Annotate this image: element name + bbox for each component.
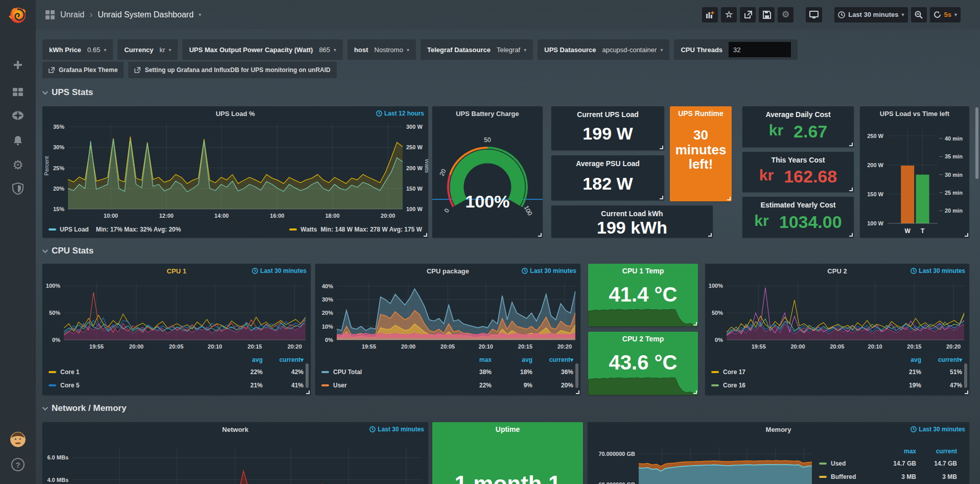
panel-title[interactable]: CPU 2 Temp bbox=[622, 335, 664, 343]
refresh-interval-label: 5s bbox=[944, 11, 951, 18]
dashboards-icon[interactable] bbox=[0, 83, 36, 101]
resize-handle[interactable] bbox=[849, 233, 853, 237]
memory-chart[interactable]: 50.000000 GB60.000000 GB70.000000 GB bbox=[588, 436, 816, 484]
dashboard-settings-button[interactable]: ⚙ bbox=[778, 7, 794, 22]
battery-gauge[interactable]: 02050100100% bbox=[432, 121, 543, 238]
legend-swatch bbox=[819, 476, 827, 478]
create-plus-icon[interactable] bbox=[0, 56, 36, 74]
cycle-view-button[interactable] bbox=[806, 7, 822, 22]
explore-compass-icon[interactable] bbox=[0, 106, 36, 125]
breadcrumb-dashboard-title[interactable]: Unraid System Dashboard bbox=[98, 10, 194, 19]
alerting-bell-icon[interactable] bbox=[0, 131, 36, 150]
cpu2-chart[interactable]: 19:5520:0020:0520:1020:1520:200%50%100% bbox=[705, 278, 969, 352]
variable-kwh-price[interactable]: kWh Price 0.65▾ bbox=[42, 39, 113, 60]
cpu1-chart[interactable]: 19:5520:0020:0520:1020:1520:200%50%100% bbox=[42, 278, 311, 352]
network-chart[interactable]: 2.0 MBs4.0 MBs6.0 MBs bbox=[42, 436, 428, 484]
svg-text:20:00: 20:00 bbox=[381, 213, 395, 219]
legend-scrollbar[interactable] bbox=[964, 363, 967, 388]
resize-handle[interactable] bbox=[576, 390, 579, 394]
resize-handle[interactable] bbox=[306, 390, 310, 394]
legend-col-current[interactable]: current bbox=[916, 448, 957, 455]
section-cpu-stats[interactable]: CPU Stats bbox=[42, 246, 94, 256]
resize-handle[interactable] bbox=[965, 233, 968, 237]
stat-title[interactable]: Average Daily Cost bbox=[742, 106, 854, 119]
variable-host[interactable]: host Nostromo▾ bbox=[347, 39, 416, 60]
panel-time-range[interactable]: Last 30 minutes bbox=[522, 267, 576, 274]
ups-load-chart[interactable]: 10:0012:0014:0016:0018:0020:0015%20%25%3… bbox=[42, 121, 428, 221]
panel-title[interactable]: UPS Load vs Time left bbox=[880, 110, 949, 118]
resize-handle[interactable] bbox=[849, 143, 853, 146]
variable-currency[interactable]: Currency kr▾ bbox=[118, 39, 178, 60]
stat-title[interactable]: Estimated Yearly Cost bbox=[742, 197, 854, 209]
user-avatar[interactable] bbox=[10, 432, 26, 447]
legend-col-max[interactable]: max bbox=[451, 356, 492, 363]
legend-col-avg[interactable]: avg bbox=[492, 356, 532, 363]
resize-handle[interactable] bbox=[424, 233, 427, 237]
server-admin-shield-icon[interactable] bbox=[0, 179, 36, 198]
cpu-threads-input[interactable] bbox=[729, 42, 791, 57]
chevron-down-icon[interactable]: ▾ bbox=[199, 12, 201, 17]
star-button[interactable]: ☆ bbox=[721, 7, 737, 22]
help-icon[interactable]: ? bbox=[11, 458, 25, 471]
panel-time-range[interactable]: Last 12 hours bbox=[376, 110, 424, 117]
stat-title[interactable]: Current UPS Load bbox=[551, 106, 664, 119]
resize-handle[interactable] bbox=[538, 233, 542, 237]
resize-handle[interactable] bbox=[660, 196, 663, 199]
legend-scrollbar[interactable] bbox=[575, 363, 578, 388]
time-range-picker[interactable]: Last 30 minutes ▾ bbox=[834, 7, 907, 22]
legend-col-max[interactable]: max bbox=[875, 448, 916, 455]
legend-scrollbar[interactable] bbox=[306, 363, 309, 388]
panel-title[interactable]: CPU 1 bbox=[167, 267, 186, 275]
configuration-gear-icon[interactable]: ⚙ bbox=[0, 156, 36, 174]
legend-col-current[interactable]: current▾ bbox=[263, 356, 304, 363]
add-panel-button[interactable] bbox=[702, 7, 718, 22]
refresh-button[interactable]: 5s ▾ bbox=[930, 7, 961, 22]
resize-handle[interactable] bbox=[849, 188, 853, 191]
resize-handle[interactable] bbox=[965, 390, 968, 394]
stat-title[interactable]: Average PSU Load bbox=[551, 155, 664, 168]
panel-title[interactable]: CPU package bbox=[427, 267, 469, 275]
panel-time-range[interactable]: Last 30 minutes bbox=[911, 426, 965, 433]
stat-title[interactable]: Current Load kWh bbox=[551, 205, 713, 218]
resize-handle[interactable] bbox=[693, 390, 697, 394]
stat-value: 199 kWh bbox=[551, 218, 713, 238]
panel-average-daily-cost: Average Daily Cost kr2.67 bbox=[742, 106, 854, 147]
variable-telegraf-datasource[interactable]: Telegraf Datasource Telegraf▾ bbox=[421, 39, 533, 60]
zoom-out-button[interactable] bbox=[911, 7, 927, 22]
section-ups-stats[interactable]: UPS Stats bbox=[42, 87, 93, 98]
resize-handle[interactable] bbox=[693, 322, 697, 326]
panel-title[interactable]: UPS Battery Charge bbox=[456, 110, 519, 118]
grafana-logo-icon[interactable] bbox=[7, 4, 29, 26]
panel-time-range[interactable]: Last 30 minutes bbox=[911, 267, 965, 274]
page-scrollbar[interactable] bbox=[975, 107, 978, 179]
cpu-package-chart[interactable]: 19:5520:0020:0520:1020:1520:200%10%20%30… bbox=[315, 278, 580, 352]
panel-title[interactable]: UPS Runtime bbox=[678, 109, 724, 118]
panel-title[interactable]: CPU 2 bbox=[827, 267, 847, 275]
resize-handle[interactable] bbox=[708, 233, 712, 237]
legend-col-current[interactable]: current▾ bbox=[532, 356, 573, 363]
link-ups-monitoring-guide[interactable]: Setting up Grafana and InfluxDB for UPS … bbox=[128, 62, 336, 78]
stat-title[interactable]: This Years Cost bbox=[742, 152, 854, 164]
panel-title[interactable]: CPU 1 Temp bbox=[622, 267, 664, 275]
resize-handle[interactable] bbox=[660, 146, 663, 149]
legend-col-current[interactable]: current▾ bbox=[921, 356, 962, 363]
grid-icon bbox=[45, 10, 55, 20]
legend-col-avg[interactable]: avg bbox=[222, 356, 263, 363]
panel-title[interactable]: Memory bbox=[766, 426, 791, 433]
variable-ups-datasource[interactable]: UPS Datasource apcupsd-container▾ bbox=[538, 39, 669, 60]
save-button[interactable] bbox=[759, 7, 775, 22]
section-network-memory[interactable]: Network / Memory bbox=[42, 403, 126, 413]
panel-time-range[interactable]: Last 30 minutes bbox=[369, 426, 424, 433]
breadcrumb-app[interactable]: Unraid bbox=[60, 10, 84, 19]
legend-col-avg[interactable]: avg bbox=[880, 356, 921, 363]
variable-ups-max-output[interactable]: UPS Max Output Power Capacity (Watt) 865… bbox=[182, 39, 343, 60]
svg-text:25 min: 25 min bbox=[945, 190, 963, 196]
share-button[interactable] bbox=[740, 7, 756, 22]
ups-bars-chart[interactable]: 100 W150 W200 W250 W20 min25 min30 min35… bbox=[860, 121, 969, 238]
link-grafana-plex-theme[interactable]: Grafana Plex Theme bbox=[42, 62, 124, 78]
panel-time-range[interactable]: Last 30 minutes bbox=[252, 267, 307, 274]
resize-handle[interactable] bbox=[727, 197, 731, 200]
panel-title[interactable]: UPS Load % bbox=[216, 110, 255, 118]
panel-title[interactable]: Network bbox=[222, 426, 248, 433]
panel-title[interactable]: Uptime bbox=[496, 425, 520, 433]
